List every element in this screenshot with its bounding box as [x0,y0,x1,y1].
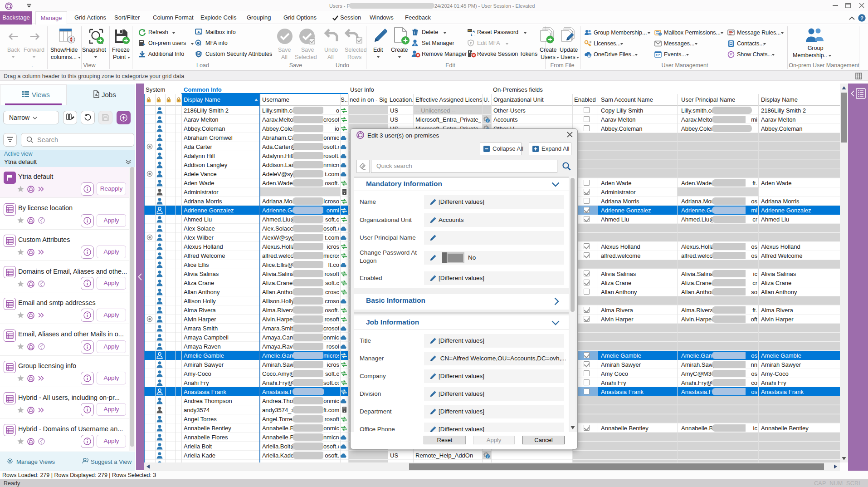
svg-text:A: A [197,30,200,34]
svg-text:?: ? [860,15,863,21]
